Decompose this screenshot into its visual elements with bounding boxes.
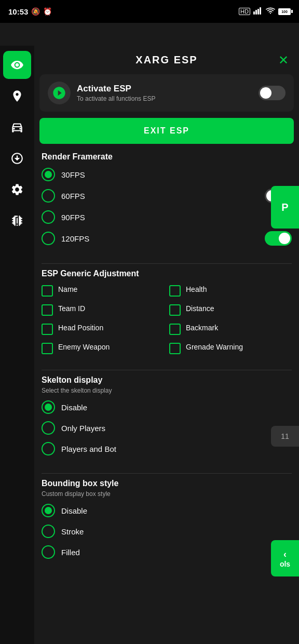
fps-90-option[interactable]: 90FPS — [42, 210, 292, 224]
activate-text: Activate ESP To activate all functions E… — [77, 84, 252, 102]
bbox-stroke-radio[interactable] — [42, 525, 55, 538]
checkbox-name-label: Name — [58, 285, 77, 294]
fps-120-row: 120FPS — [42, 231, 292, 246]
bbox-filled-radio[interactable] — [42, 545, 55, 559]
sidebar-item-settings[interactable] — [3, 176, 31, 204]
svg-rect-3 — [260, 7, 261, 15]
time: 10:53 — [8, 7, 28, 16]
fps-30-option[interactable]: 30FPS — [42, 168, 292, 181]
signal-icon — [253, 7, 263, 16]
fps-120-label: 120FPS — [61, 234, 89, 243]
checkbox-grenadewarning-box[interactable] — [169, 343, 181, 354]
fps-30-label: 30FPS — [61, 170, 85, 179]
sidebar-item-location[interactable] — [3, 82, 31, 110]
esp-generic-title: ESP Generic Adjustment — [42, 269, 292, 278]
activate-icon — [48, 82, 71, 104]
skelton-onlyplayers-label: Only Players — [61, 424, 105, 433]
battery-icon: 100 — [278, 8, 291, 15]
render-framerate-section: Render Framerate 30FPS 60FPS — [34, 152, 299, 258]
wifi-icon — [266, 7, 275, 16]
main-panel: XARG ESP ✕ Activate ESP To activate all … — [34, 46, 299, 644]
status-left: 10:53 🔕 ⏰ — [8, 7, 52, 16]
fps-90-radio[interactable] — [42, 210, 55, 224]
fps-60-option[interactable]: 60FPS — [42, 189, 85, 203]
status-bar: 10:53 🔕 ⏰ HD 100 — [0, 0, 299, 23]
svg-rect-1 — [255, 10, 257, 15]
activate-esp-title: Activate ESP — [77, 84, 252, 94]
fps-120-radio[interactable] — [42, 232, 55, 245]
right-overlay: P 11 ‹ ols — [271, 46, 299, 576]
checkbox-headposition-box[interactable] — [42, 324, 53, 335]
skelton-disable-radio[interactable] — [42, 400, 55, 414]
bounding-box-title: Bounding box style — [42, 479, 292, 488]
checkbox-backmark-label: Backmark — [186, 323, 218, 332]
activate-esp-subtitle: To activate all functions ESP — [77, 95, 252, 102]
hd-label: HD — [239, 8, 250, 15]
checkbox-distance-label: Distance — [186, 304, 214, 313]
skelton-onlyplayers-radio[interactable] — [42, 421, 55, 435]
skelton-sublabel: Select the skelton display — [42, 387, 292, 394]
checkbox-enemyweapon-box[interactable] — [42, 343, 53, 354]
bbox-filled-label: Filled — [61, 548, 80, 557]
checkbox-teamid-box[interactable] — [42, 304, 53, 316]
bbox-disable-radio[interactable] — [42, 504, 55, 517]
right-panel-btn-p[interactable]: P — [271, 186, 299, 229]
checkbox-teamid-label: Team ID — [58, 304, 85, 313]
skelton-playersbot-option[interactable]: Players and Bot — [42, 442, 292, 455]
fps-120-option[interactable]: 120FPS — [42, 232, 89, 245]
mute-icon: 🔕 — [31, 7, 40, 16]
sidebar — [0, 46, 34, 644]
bbox-disable-label: Disable — [61, 506, 87, 515]
checkbox-health-label: Health — [186, 285, 207, 294]
fps-90-label: 90FPS — [61, 213, 85, 222]
checkbox-distance-box[interactable] — [169, 304, 181, 316]
checkbox-name-box[interactable] — [42, 285, 53, 297]
skelton-disable-label: Disable — [61, 403, 87, 412]
status-right: HD 100 — [239, 7, 291, 16]
right-badge-number: 11 — [281, 432, 289, 440]
header: XARG ESP ✕ — [34, 46, 299, 74]
exit-esp-button[interactable]: EXIT ESP — [39, 118, 294, 144]
fps-60-row: 60FPS — [42, 189, 292, 203]
checkbox-headposition-label: Head Position — [58, 323, 103, 332]
sidebar-item-crosshair[interactable] — [3, 144, 31, 172]
skelton-playersbot-radio[interactable] — [42, 442, 55, 455]
skelton-disable-option[interactable]: Disable — [42, 400, 292, 414]
checkbox-grenadewarning-label: Grenade Warning — [186, 342, 243, 352]
bounding-box-section: Bounding box style Custom display box st… — [34, 479, 299, 571]
alarm-icon: ⏰ — [43, 7, 52, 16]
divider-3 — [42, 473, 292, 474]
fps-60-label: 60FPS — [61, 192, 85, 200]
skelton-display-section: Skelton display Select the skelton displ… — [34, 375, 299, 468]
checkbox-name[interactable]: Name — [42, 285, 164, 297]
sidebar-item-esp[interactable] — [3, 51, 31, 79]
render-framerate-title: Render Framerate — [42, 152, 292, 162]
checkbox-headposition[interactable]: Head Position — [42, 323, 164, 335]
checkbox-enemyweapon[interactable]: Enemy Weapon — [42, 342, 164, 354]
checkbox-teamid[interactable]: Team ID — [42, 304, 164, 316]
header-title: XARG ESP — [135, 54, 197, 66]
bbox-filled-option[interactable]: Filled — [42, 545, 292, 559]
checkbox-enemyweapon-label: Enemy Weapon — [58, 342, 110, 352]
svg-rect-2 — [257, 9, 259, 15]
checkbox-backmark-box[interactable] — [169, 324, 181, 335]
right-panel-ols[interactable]: ‹ ols — [271, 540, 299, 576]
esp-generic-section: ESP Generic Adjustment Name Health Team … — [34, 269, 299, 365]
right-badge-11: 11 — [271, 426, 299, 447]
bbox-stroke-label: Stroke — [61, 527, 84, 536]
fps-30-radio[interactable] — [42, 168, 55, 181]
divider-1 — [42, 263, 292, 264]
skelton-title: Skelton display — [42, 375, 292, 385]
skelton-onlyplayers-option[interactable]: Only Players — [42, 421, 292, 435]
bounding-box-sublabel: Custom display box style — [42, 490, 292, 498]
svg-rect-0 — [253, 11, 255, 15]
sidebar-item-car[interactable] — [3, 113, 31, 141]
bbox-stroke-option[interactable]: Stroke — [42, 525, 292, 538]
sidebar-item-chip[interactable] — [3, 207, 31, 235]
skelton-playersbot-label: Players and Bot — [61, 445, 116, 453]
activate-esp-card: Activate ESP To activate all functions E… — [39, 74, 294, 112]
divider-2 — [42, 370, 292, 370]
bbox-disable-option[interactable]: Disable — [42, 504, 292, 517]
checkbox-health-box[interactable] — [169, 285, 181, 297]
fps-60-radio[interactable] — [42, 189, 55, 203]
